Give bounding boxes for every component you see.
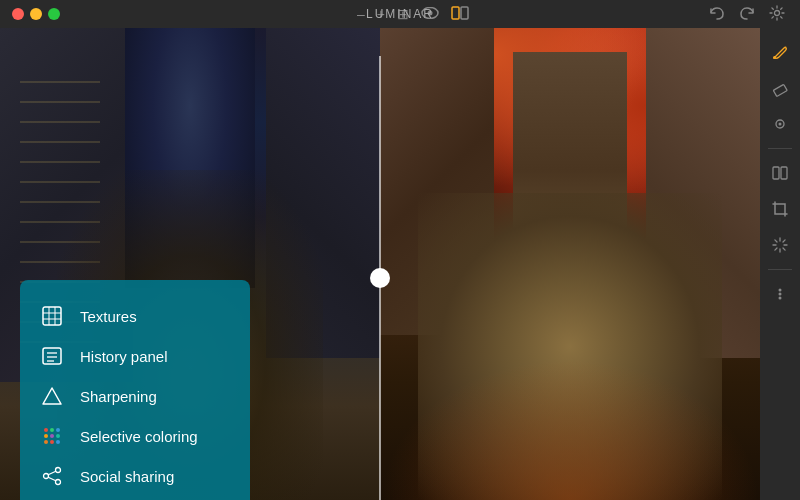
- svg-rect-6: [43, 307, 61, 325]
- textures-icon: [38, 304, 66, 328]
- point-tool-button[interactable]: [764, 108, 796, 140]
- titlebar: – + ⊞ LUMINAR: [0, 0, 800, 28]
- right-toolbar: [760, 28, 800, 500]
- svg-point-18: [56, 428, 60, 432]
- sharpening-label: Sharpening: [80, 388, 157, 405]
- svg-point-36: [779, 123, 782, 126]
- svg-point-33: [773, 56, 776, 59]
- svg-point-20: [50, 434, 54, 438]
- app-container: – + ⊞ LUMINAR: [0, 0, 800, 500]
- menu-item-sharpening[interactable]: Sharpening: [32, 376, 238, 416]
- svg-point-25: [56, 468, 61, 473]
- more-tools-button[interactable]: [764, 278, 796, 310]
- toolbar-separator-2: [768, 269, 792, 270]
- eraser-tool-button[interactable]: [764, 72, 796, 104]
- svg-point-23: [50, 440, 54, 444]
- textures-label: Textures: [80, 308, 137, 325]
- minimize-button[interactable]: [30, 8, 42, 20]
- split-handle[interactable]: [370, 268, 390, 288]
- brush-tool-button[interactable]: [764, 36, 796, 68]
- menu-item-selective-coloring[interactable]: Selective coloring: [32, 416, 238, 456]
- svg-rect-2: [452, 7, 459, 19]
- app-title: LUMINAR: [366, 7, 434, 21]
- svg-line-46: [775, 248, 777, 250]
- svg-point-24: [56, 440, 60, 444]
- svg-point-21: [56, 434, 60, 438]
- svg-point-5: [376, 274, 384, 282]
- feature-popup: Textures History panel Sharpening: [20, 280, 250, 500]
- svg-rect-38: [781, 167, 787, 179]
- history-icon: [38, 344, 66, 368]
- fullscreen-button[interactable]: [48, 8, 60, 20]
- titlebar-left: [0, 8, 60, 20]
- wand-tool-button[interactable]: [764, 229, 796, 261]
- compare-tool-button[interactable]: [764, 157, 796, 189]
- social-sharing-icon: [38, 464, 66, 488]
- social-sharing-label: Social sharing: [80, 468, 174, 485]
- after-image: [380, 28, 760, 500]
- svg-point-47: [779, 289, 782, 292]
- settings-icon[interactable]: [766, 3, 788, 26]
- svg-point-26: [44, 474, 49, 479]
- menu-item-social-sharing[interactable]: Social sharing: [32, 456, 238, 496]
- svg-line-45: [783, 240, 785, 242]
- split-line: [379, 56, 381, 500]
- svg-point-19: [44, 434, 48, 438]
- toolbar-separator-1: [768, 148, 792, 149]
- sharpening-icon: [38, 384, 66, 408]
- menu-item-textures[interactable]: Textures: [32, 296, 238, 336]
- undo-icon[interactable]: [706, 4, 728, 25]
- svg-point-48: [779, 293, 782, 296]
- svg-rect-37: [773, 167, 779, 179]
- svg-point-16: [44, 428, 48, 432]
- svg-point-49: [779, 297, 782, 300]
- svg-point-27: [56, 480, 61, 485]
- svg-point-4: [774, 10, 779, 15]
- redo-icon[interactable]: [736, 4, 758, 25]
- svg-point-22: [44, 440, 48, 444]
- close-button[interactable]: [12, 8, 24, 20]
- crop-tool-button[interactable]: [764, 193, 796, 225]
- svg-line-29: [48, 477, 56, 481]
- svg-rect-34: [773, 84, 787, 96]
- titlebar-center: LUMINAR: [366, 7, 434, 21]
- menu-item-more[interactable]: And a lot more: [32, 496, 238, 500]
- svg-line-43: [775, 240, 777, 242]
- selective-coloring-label: Selective coloring: [80, 428, 198, 445]
- titlebar-right: [706, 3, 800, 26]
- svg-rect-3: [461, 7, 468, 19]
- split-view-icon[interactable]: [448, 4, 472, 25]
- svg-line-44: [783, 248, 785, 250]
- svg-line-28: [48, 471, 56, 475]
- selective-coloring-icon: [38, 424, 66, 448]
- svg-point-17: [50, 428, 54, 432]
- svg-marker-15: [43, 388, 61, 404]
- history-label: History panel: [80, 348, 168, 365]
- menu-item-history[interactable]: History panel: [32, 336, 238, 376]
